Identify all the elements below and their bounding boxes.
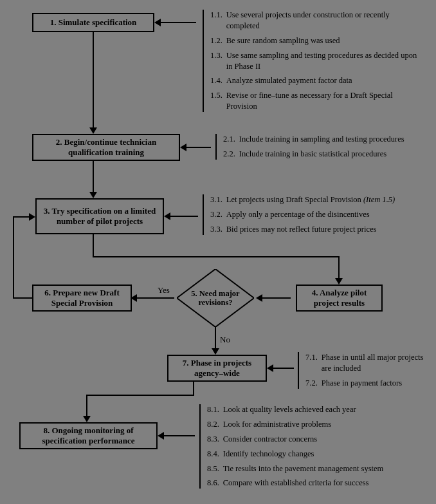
note-item: 1.5.Revise or fine–tune as necessary for… — [210, 90, 424, 112]
edge — [13, 297, 32, 299]
arrowhead-icon — [29, 213, 35, 221]
edge — [13, 216, 14, 299]
notes-step8: 8.1.Look at quality levels achieved each… — [199, 404, 424, 489]
note-item: 1.3.Use same sampling and testing proced… — [210, 50, 424, 72]
arrowhead-icon — [256, 294, 262, 302]
note-text: Look at quality levels achieved each yea… — [223, 404, 356, 415]
arrowhead-icon — [335, 278, 343, 285]
note-text: Compare with established criteria for su… — [223, 478, 369, 489]
note-number: 3.1. — [210, 194, 223, 205]
edge — [93, 161, 94, 193]
notes-step7: 7.1.Phase in until all major projects ar… — [298, 352, 426, 389]
note-item: 3.2.Apply only a percentage of the disin… — [210, 209, 428, 220]
decision-label: 5. Need major revisions? — [186, 289, 244, 308]
note-text: Bid prices may not reflect future projec… — [226, 224, 377, 235]
arrowhead-icon — [164, 212, 170, 220]
box-ongoing-monitoring: 8. Ongoing monitoring of specification p… — [19, 422, 158, 449]
note-item: 1.1.Use several projects under construct… — [210, 10, 424, 32]
arrowhead-icon — [158, 432, 164, 440]
edge — [93, 256, 340, 257]
note-number: 1.1. — [210, 10, 223, 32]
note-item: 8.2.Look for administrative problems — [207, 419, 424, 430]
note-text: Include training in basic statistical pr… — [239, 149, 386, 160]
note-number: 1.5. — [210, 90, 223, 112]
note-number: 7.2. — [305, 378, 318, 389]
edge — [262, 297, 291, 299]
note-item: 8.3.Consider contractor concerns — [207, 434, 424, 445]
edge — [164, 435, 195, 436]
arrowhead-icon — [267, 364, 273, 372]
note-number: 1.4. — [210, 75, 223, 86]
note-item: 8.5.Tie results into the pavement manage… — [207, 463, 424, 474]
note-item: 7.2.Phase in payment factors — [305, 378, 426, 389]
note-item: 2.1.Include training in sampling and tes… — [223, 134, 428, 145]
note-item: 3.1.Let projects using Draft Special Pro… — [210, 194, 428, 205]
edge — [186, 147, 211, 148]
note-text: Revise or fine–tune as necessary for a D… — [226, 90, 424, 112]
note-text: Phase in payment factors — [322, 378, 402, 389]
arrowhead-icon — [212, 348, 219, 355]
box-label: 6. Prepare new Draft Special Provision — [39, 288, 125, 308]
note-number: 8.4. — [207, 449, 219, 460]
edge — [93, 234, 94, 257]
note-number: 1.2. — [210, 35, 223, 46]
note-number: 8.6. — [207, 478, 219, 489]
note-item: 8.4.Identify technology changes — [207, 449, 424, 460]
note-number: 8.3. — [207, 434, 219, 445]
edge — [86, 395, 87, 417]
note-item: 1.2.Be sure random sampling was used — [210, 35, 424, 46]
arrowhead-icon — [83, 416, 91, 422]
notes-step2: 2.1.Include training in sampling and tes… — [215, 134, 428, 160]
box-label: 2. Begin/continue technician qualificati… — [39, 137, 174, 158]
note-item: 7.1.Phase in until all major projects ar… — [305, 352, 426, 374]
note-item: 8.6.Compare with established criteria fo… — [207, 478, 424, 489]
edge — [13, 216, 29, 218]
note-text: Let projects using Draft Special Provisi… — [226, 194, 395, 205]
box-analyze-pilot: 4. Analyze pilot project results — [296, 285, 383, 312]
box-technician-training: 2. Begin/continue technician qualificati… — [32, 134, 180, 161]
note-text: Phase in until all major projects are in… — [322, 352, 426, 374]
note-text: Use same sampling and testing procedures… — [226, 50, 424, 72]
note-number: 8.1. — [207, 404, 219, 415]
note-item: 3.3.Bid prices may not reflect future pr… — [210, 224, 428, 235]
note-text: Consider contractor concerns — [223, 434, 317, 445]
note-number: 8.2. — [207, 419, 219, 430]
note-text: Apply only a percentage of the disincent… — [226, 209, 370, 220]
note-number: 3.3. — [210, 224, 223, 235]
note-item: 2.2.Include training in basic statistica… — [223, 149, 428, 160]
edge — [215, 327, 216, 350]
note-text: Look for administrative problems — [223, 419, 331, 430]
box-simulate-specification: 1. Simulate specification — [32, 13, 154, 32]
edge — [338, 256, 340, 279]
notes-step1: 1.1.Use several projects under construct… — [203, 10, 424, 112]
box-label: 3. Try specification on a limited number… — [42, 206, 158, 227]
notes-step3: 3.1.Let projects using Draft Special Pro… — [203, 194, 428, 235]
note-text: Identify technology changes — [223, 449, 314, 460]
note-number: 1.3. — [210, 50, 223, 72]
label-yes: Yes — [158, 285, 170, 295]
note-number: 3.2. — [210, 209, 223, 220]
note-text: Be sure random sampling was used — [226, 35, 340, 46]
box-label: 4. Analyze pilot project results — [302, 288, 376, 308]
note-text: Tie results into the pavement management… — [223, 463, 384, 474]
box-pilot-projects: 3. Try specification on a limited number… — [35, 198, 164, 234]
edge — [93, 32, 94, 129]
note-italic: (Item 1.5) — [363, 195, 395, 204]
note-number: 7.1. — [305, 352, 318, 374]
box-label: 8. Ongoing monitoring of specification p… — [26, 425, 151, 446]
box-label: 7. Phase in projects agency–wide — [174, 358, 260, 378]
arrowhead-icon — [180, 144, 186, 151]
box-phase-in-agency: 7. Phase in projects agency–wide — [167, 355, 267, 382]
edge — [161, 22, 196, 23]
decision-need-revisions: 5. Need major revisions? — [177, 269, 254, 327]
edge — [86, 395, 194, 396]
note-item: 8.1.Look at quality levels achieved each… — [207, 404, 424, 415]
note-item: 1.4.Analyze simulated payment factor dat… — [210, 75, 424, 86]
note-number: 2.1. — [223, 134, 235, 145]
note-number: 2.2. — [223, 149, 235, 160]
arrowhead-icon — [154, 19, 161, 26]
note-text: Use several projects under construction … — [226, 10, 424, 32]
box-new-draft-provision: 6. Prepare new Draft Special Provision — [32, 285, 132, 312]
note-text: Include training in sampling and testing… — [239, 134, 404, 145]
edge — [137, 297, 174, 299]
